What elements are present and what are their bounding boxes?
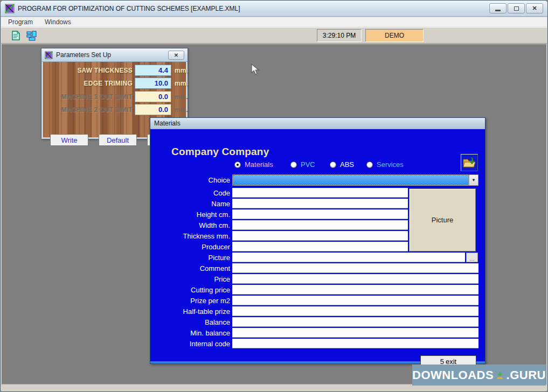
producer-label: Producer — [150, 242, 230, 252]
minimize-icon — [495, 10, 501, 11]
clock-text: 3:29:10 PM — [323, 32, 356, 39]
menu-bar: Program Windows — [1, 17, 547, 27]
materials-body: Company Company Materials PVC ABS — [150, 129, 485, 363]
radio-materials-label: Materials — [245, 160, 273, 169]
main-titlebar[interactable]: PROGRAM FOR OPTIMIZATION OF CUTTING SCHE… — [1, 1, 547, 17]
materials-window: Materials Company Company Materials PVC — [150, 117, 485, 364]
half-table-prize-label: Half-table prize — [150, 306, 230, 317]
category-radio-group: Materials PVC ABS Services — [150, 160, 485, 170]
window-title: PROGRAM FOR OPTIMIZATION OF CUTTING SCHE… — [18, 5, 240, 12]
picture-label: Picture — [150, 253, 230, 263]
price-label: Price — [150, 274, 230, 284]
document-icon — [10, 30, 21, 41]
download-icon — [496, 369, 504, 382]
menu-windows[interactable]: Windows — [45, 18, 71, 26]
radio-abs[interactable]: ABS — [330, 160, 354, 169]
app-icon-small — [45, 51, 53, 59]
height-label: Height cm. — [150, 209, 230, 220]
clock-display: 3:29:10 PM — [317, 29, 362, 42]
prize-per-m2-label: Prize per m2 — [150, 296, 230, 306]
close-icon: ✕ — [174, 52, 178, 58]
parameters-title: Parameters Set Up — [56, 51, 168, 59]
machine1-cut-limit-input[interactable]: 0.0 — [135, 91, 171, 102]
machine2-cut-limit-input[interactable]: 0.0 — [135, 104, 171, 115]
radio-icon — [290, 162, 297, 168]
radio-pvc-label: PVC — [301, 160, 315, 169]
saw-thickness-unit: mm. — [175, 65, 188, 76]
restore-button[interactable] — [508, 3, 525, 13]
demo-text: DEMO — [385, 32, 404, 39]
minimize-button[interactable] — [489, 3, 507, 13]
radio-materials[interactable]: Materials — [234, 160, 273, 169]
close-icon: ✕ — [532, 5, 537, 11]
radio-abs-label: ABS — [340, 160, 354, 169]
watermark-text-right: .GURU — [507, 368, 546, 382]
balance-label: Balance — [150, 317, 230, 327]
materials-title: Materials — [154, 120, 181, 127]
report-document-button[interactable] — [10, 30, 22, 41]
radio-pvc[interactable]: PVC — [290, 160, 315, 169]
balance-input[interactable] — [232, 317, 478, 327]
open-file-button[interactable] — [461, 154, 478, 171]
radio-icon — [366, 162, 373, 168]
parameters-titlebar[interactable]: Parameters Set Up ✕ — [41, 48, 188, 62]
price-input[interactable] — [232, 274, 478, 284]
machine1-cut-limit-unit: mm. — [175, 91, 188, 103]
dropdown-button[interactable]: ▼ — [469, 175, 478, 185]
internal-code-label: Internal code — [150, 339, 230, 349]
browse-button[interactable]: ... — [466, 253, 478, 262]
cutting-price-label: Cutting price — [150, 285, 230, 295]
height-input[interactable] — [232, 209, 408, 219]
picture-path-input[interactable] — [232, 253, 465, 262]
name-input[interactable] — [232, 199, 408, 208]
code-label: Code — [150, 188, 230, 198]
picture-preview-panel: Picture — [409, 188, 476, 251]
saw-thickness-input[interactable]: 4.4 — [135, 65, 171, 76]
tile-windows-button[interactable] — [26, 30, 38, 41]
chevron-down-icon: ▼ — [471, 178, 476, 183]
menu-program[interactable]: Program — [8, 18, 33, 26]
machine2-cut-limit-unit: mm. — [175, 104, 188, 116]
thickness-label: Thickness mm. — [150, 231, 230, 241]
cutting-price-input[interactable] — [232, 285, 478, 295]
radio-selected-icon — [234, 162, 241, 168]
name-label: Name — [150, 199, 230, 209]
parameters-close-button[interactable]: ✕ — [168, 51, 184, 60]
demo-badge: DEMO — [365, 29, 424, 42]
edge-triming-unit: mm. — [175, 78, 188, 89]
choice-label: Choice — [150, 175, 230, 185]
thickness-input[interactable] — [232, 231, 408, 241]
company-heading: Company Company — [171, 146, 269, 158]
min-balance-input[interactable] — [232, 328, 478, 338]
restore-icon — [514, 6, 519, 11]
code-input[interactable] — [232, 188, 408, 198]
machine2-cut-limit-label: MACHINE 2 CUT LIMIT — [45, 104, 133, 116]
prize-per-m2-input[interactable] — [232, 296, 478, 305]
downloads-guru-watermark: DOWNLOADS .GURU — [412, 365, 546, 386]
width-input[interactable] — [232, 220, 408, 230]
internal-code-input[interactable] — [232, 339, 478, 348]
comment-label: Comment — [150, 263, 230, 274]
write-button[interactable]: Write — [50, 134, 88, 146]
app-icon — [5, 4, 15, 13]
producer-input[interactable] — [232, 242, 408, 251]
radio-icon — [330, 162, 336, 168]
half-table-prize-input[interactable] — [232, 306, 478, 316]
watermark-text-left: DOWNLOADS — [412, 368, 494, 382]
tile-windows-icon — [26, 30, 37, 41]
picture-panel-label: Picture — [432, 216, 453, 224]
folder-open-icon — [462, 156, 476, 169]
materials-titlebar[interactable]: Materials — [150, 118, 485, 129]
edge-triming-input[interactable]: 10.0 — [135, 78, 171, 89]
width-label: Width cm. — [150, 220, 230, 230]
choice-dropdown-value — [233, 176, 468, 185]
min-balance-label: Min. balance — [150, 328, 230, 338]
edge-triming-label: EDGE TRIMING — [45, 78, 133, 89]
default-button[interactable]: Default — [99, 134, 137, 146]
choice-dropdown[interactable]: ▼ — [232, 174, 478, 186]
comment-input[interactable] — [232, 263, 478, 273]
radio-services[interactable]: Services — [366, 160, 404, 169]
close-button[interactable]: ✕ — [526, 3, 543, 13]
toolbar: 3:29:10 PM DEMO — [1, 27, 547, 44]
main-window: PROGRAM FOR OPTIMIZATION OF CUTTING SCHE… — [0, 0, 548, 392]
